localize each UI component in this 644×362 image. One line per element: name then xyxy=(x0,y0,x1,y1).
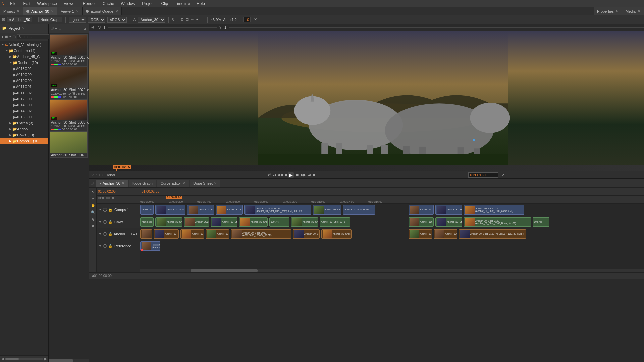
forward-icon[interactable]: ▶▶ xyxy=(301,173,306,177)
media-item-2[interactable]: JPa Anchor_30_Shot_0020_c 644x362 14f@… xyxy=(50,67,88,99)
clip-cows-1[interactable]: Ar654.5% xyxy=(140,217,154,227)
tab-anchor30-close[interactable]: ✕ xyxy=(51,9,54,13)
tab-nodegraph[interactable]: Node Graph xyxy=(129,180,156,187)
media-sort-icon[interactable]: ⊟ xyxy=(58,26,61,31)
clip-cows-6[interactable]: 100.7% xyxy=(269,217,289,227)
stop-icon[interactable]: ⏹ xyxy=(295,173,299,177)
snap-tool[interactable]: ⊠ xyxy=(90,223,96,229)
ref-eye[interactable] xyxy=(103,244,107,248)
tree-ancho[interactable]: ▶ 📂 Ancho... xyxy=(0,126,48,132)
menu-timeline[interactable]: Timeline xyxy=(173,1,191,7)
detail-view-icon[interactable]: ⊟ xyxy=(13,35,16,39)
play-icon[interactable]: ▶ xyxy=(288,172,294,178)
media-item-1[interactable]: JPa Anchor_30_Shot_0010_c 644x362 13f@… xyxy=(50,34,88,67)
scroll-up-icon[interactable]: ▲ xyxy=(83,26,87,31)
clip-cows-4[interactable]: Anchor_30_Shot_00171.2% xyxy=(211,217,237,227)
tab-properties-close[interactable]: ✕ xyxy=(616,9,619,13)
cows-eye[interactable] xyxy=(103,220,107,224)
cursor-icon[interactable]: ✦ xyxy=(196,17,199,22)
tree-extras[interactable]: ▶ 📂 Extras (3) xyxy=(0,120,48,126)
node-graph-btn[interactable]: Node Graph xyxy=(38,17,62,22)
clip-anchor-1[interactable]: Anchor_3 xyxy=(140,229,152,239)
zoom-tool[interactable]: 🔍 xyxy=(90,209,96,215)
dopesheet-close[interactable]: ✕ xyxy=(214,181,217,185)
model-select[interactable]: RGB xyxy=(88,17,105,23)
tree-a012c00[interactable]: ▶ A012C00 xyxy=(0,96,48,102)
menu-help[interactable]: Help xyxy=(195,1,206,7)
anchor-collapse[interactable]: ▼ xyxy=(99,232,102,236)
blade-tool[interactable]: ✂ xyxy=(90,196,96,202)
tree-cows[interactable]: ▶ 📂 Cows (10) xyxy=(0,132,48,138)
tab-export-close[interactable]: ✕ xyxy=(115,9,118,13)
tl-bottom-arrow-left[interactable]: ◀ xyxy=(91,274,94,278)
clip-cows-2[interactable]: Anchor_30_Shot_00121.7% xyxy=(155,217,182,227)
clip-anchor-6[interactable]: Anchor_30_Shot_0060 xyxy=(293,229,320,239)
timeline-hscroll[interactable] xyxy=(140,269,644,272)
tree-a014c00[interactable]: ▶ A014C00 xyxy=(0,102,48,108)
comps-lock[interactable]: 🔒 xyxy=(108,208,112,212)
mask-icon[interactable]: ⊡ xyxy=(185,17,189,22)
channel-a-select[interactable]: Anchor_30 xyxy=(138,17,165,23)
tab-viewer1[interactable]: Viewer1 ✕ xyxy=(57,7,83,15)
clip-cows-9[interactable]: Anchor_1166.7% xyxy=(409,217,434,227)
tab-properties[interactable]: Properties ✕ xyxy=(594,7,622,15)
comps-eye[interactable] xyxy=(103,208,107,212)
clip-comps-3[interactable]: Anchor_3t134.2% xyxy=(187,205,214,215)
anchor30-tab[interactable]: ● Anchor_30 xyxy=(7,17,32,22)
menu-edit[interactable]: Edit xyxy=(22,1,32,7)
media-item-3[interactable]: JPa Anchor_30_Shot_0030_c 644x362 53f@… xyxy=(50,99,88,132)
anchor-eye[interactable] xyxy=(103,232,107,236)
clip-cows-10[interactable]: Anchor_30_Sho202.0% xyxy=(435,217,462,227)
cows-lock[interactable]: 🔒 xyxy=(108,220,112,224)
clip-cows-12[interactable]: 104.7% xyxy=(533,217,549,227)
media-scroll-thumb[interactable] xyxy=(49,359,73,362)
tree-rushes[interactable]: ▼ 📂 Rushes (10) xyxy=(0,60,48,66)
clip-cows-5[interactable]: Anchor_30_Shot_0050 xyxy=(239,217,268,227)
viewer-timeline-bar[interactable]: 01:00:02:05 xyxy=(89,165,644,171)
arrow-tool[interactable]: ↖ xyxy=(90,189,96,195)
clip-comps-9[interactable]: Anchor_30_Sho124.0% xyxy=(435,205,462,215)
clip-comps-1[interactable]: Ar209.1% xyxy=(140,205,154,215)
scroll-left[interactable]: ◀ xyxy=(1,357,4,361)
clip-anchor-3[interactable]: Anchor_30_Shot_1 xyxy=(180,229,204,239)
tree-a013[interactable]: ▶ A013C02 xyxy=(0,66,48,72)
media-view-icon[interactable]: ⊞ xyxy=(51,26,54,31)
clip-cows-7[interactable]: Anchor_30_Shot_0101.8% xyxy=(291,217,318,227)
menu-project[interactable]: Project xyxy=(141,1,156,7)
tab-project-close[interactable]: ✕ xyxy=(17,9,19,13)
media-item-4[interactable]: Anchor_30_Shot_0040 xyxy=(50,132,88,158)
scroll-right[interactable]: ▶ xyxy=(44,357,47,361)
clip-comps-7[interactable]: Anchor_30_Shot_0070 xyxy=(343,205,375,215)
tree-a011c01[interactable]: ▶ A011C01 xyxy=(0,84,48,90)
anchor-lock[interactable]: 🔒 xyxy=(108,232,112,236)
clip-comps-5[interactable]: Anchor_30_Shot_0050 (Anchor_30_Shot_0050… xyxy=(244,205,311,215)
anchor30-tl-close[interactable]: ✕ xyxy=(122,181,124,185)
hscroll-thumb[interactable] xyxy=(191,269,258,272)
tab-anchor30-timeline[interactable]: ● Anchor_30 ✕ xyxy=(96,180,128,187)
tree-a011c02[interactable]: ▶ A011C02 xyxy=(0,90,48,96)
tree-a010-2[interactable]: ▶ A010C00 xyxy=(0,78,48,84)
tab-export-queue[interactable]: Export Queue ✕ xyxy=(83,7,122,15)
hand-tool[interactable]: ✋ xyxy=(90,202,96,208)
clip-anchor-2[interactable]: Anchor_30_Shot_0020 xyxy=(154,229,179,239)
tree-comps1[interactable]: ▶ 📂 Comps 1 (10) xyxy=(0,138,48,144)
menu-render[interactable]: Render xyxy=(81,1,97,7)
clip-anchor-4[interactable]: Anchor_30_Shot_0040 xyxy=(206,229,229,239)
tab-anchor30[interactable]: Anchor_30 ✕ xyxy=(23,7,57,15)
clip-comps-8[interactable]: Anchor_1133.3% xyxy=(409,205,434,215)
loop-icon[interactable]: ↺ xyxy=(268,173,271,177)
menu-cache[interactable]: Cache xyxy=(101,1,116,7)
tab-project[interactable]: Project ✕ xyxy=(0,7,23,15)
media-list-icon[interactable]: ≡ xyxy=(55,26,57,31)
tab-dopesheet[interactable]: Dope Sheet ✕ xyxy=(190,180,220,187)
clip-cows-3[interactable]: Anchor_3t226.3% xyxy=(184,217,209,227)
clip-anchor-8[interactable]: Anchor_30_Shot xyxy=(409,229,432,239)
comps-collapse[interactable]: ▼ xyxy=(99,208,102,212)
tab-media-close[interactable]: ✕ xyxy=(638,9,640,13)
prev-icon[interactable]: ◀◀ xyxy=(277,173,283,177)
project-close[interactable]: ✕ xyxy=(22,26,25,30)
scroll-thumb[interactable] xyxy=(5,358,19,360)
clip-cows-8[interactable]: Anchor_30_Shot_0070 xyxy=(320,217,350,227)
tree-anchor45[interactable]: ▶ 📂 Anchor_45_C xyxy=(0,54,48,60)
ref-collapse[interactable]: ▼ xyxy=(99,244,102,248)
